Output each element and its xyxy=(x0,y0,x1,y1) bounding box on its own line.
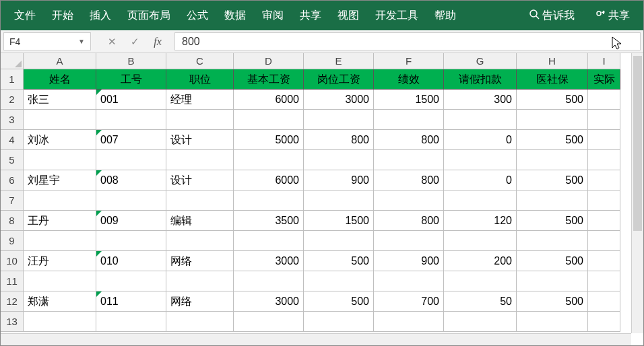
cell[interactable]: 800 xyxy=(374,130,444,150)
cell[interactable] xyxy=(517,231,588,251)
cell[interactable] xyxy=(96,191,166,211)
cell[interactable] xyxy=(96,231,166,251)
cell[interactable]: 1500 xyxy=(374,90,444,110)
cell[interactable]: 900 xyxy=(374,251,444,271)
row-header-3[interactable]: 3 xyxy=(1,110,24,130)
cell[interactable] xyxy=(444,231,517,251)
column-header-E[interactable]: E xyxy=(304,53,374,69)
cell[interactable] xyxy=(304,191,374,211)
cell[interactable] xyxy=(304,110,374,130)
cell[interactable] xyxy=(96,110,166,130)
cell[interactable]: 011 xyxy=(96,291,166,312)
cell[interactable]: 500 xyxy=(304,251,374,271)
ribbon-tab-1[interactable]: 开始 xyxy=(44,5,82,27)
cancel-formula-button[interactable]: ✕ xyxy=(100,30,123,53)
column-header-F[interactable]: F xyxy=(374,53,444,69)
cell[interactable]: 3000 xyxy=(234,291,304,312)
cell[interactable]: 姓名 xyxy=(24,69,96,90)
cell[interactable]: 王丹 xyxy=(24,211,96,231)
cell[interactable] xyxy=(374,191,444,211)
cell[interactable]: 实际 xyxy=(588,69,620,90)
cell[interactable] xyxy=(166,312,234,332)
cell[interactable]: 张三 xyxy=(24,90,96,110)
select-all-corner[interactable] xyxy=(1,53,24,69)
cell[interactable] xyxy=(234,271,304,291)
ribbon-tab-8[interactable]: 视图 xyxy=(329,5,367,27)
cell[interactable]: 刘星宇 xyxy=(24,170,96,191)
formula-input[interactable]: 800 xyxy=(174,32,641,50)
cell[interactable]: 6000 xyxy=(234,90,304,110)
vertical-scrollbar[interactable] xyxy=(631,53,643,333)
cell[interactable]: 200 xyxy=(444,251,517,271)
cell[interactable]: 3000 xyxy=(304,90,374,110)
row-header-5[interactable]: 5 xyxy=(1,150,24,170)
cell[interactable]: 010 xyxy=(96,251,166,271)
column-header-G[interactable]: G xyxy=(444,53,517,69)
cell[interactable]: 700 xyxy=(374,291,444,312)
cell[interactable] xyxy=(588,312,620,332)
cell[interactable] xyxy=(588,150,620,170)
cell[interactable]: 001 xyxy=(96,90,166,110)
column-header-B[interactable]: B xyxy=(96,53,166,69)
name-box[interactable]: F4 ▼ xyxy=(3,32,91,50)
row-header-13[interactable]: 13 xyxy=(1,312,24,332)
column-header-C[interactable]: C xyxy=(166,53,234,69)
cell[interactable]: 职位 xyxy=(166,69,234,90)
cell[interactable]: 800 xyxy=(374,211,444,231)
column-header-A[interactable]: A xyxy=(24,53,96,69)
cell[interactable]: 500 xyxy=(304,291,374,312)
cell[interactable]: 设计 xyxy=(166,130,234,150)
cell[interactable] xyxy=(96,150,166,170)
cell[interactable] xyxy=(234,110,304,130)
cell[interactable] xyxy=(166,150,234,170)
cell[interactable] xyxy=(588,231,620,251)
row-header-2[interactable]: 2 xyxy=(1,90,24,110)
cell[interactable] xyxy=(304,231,374,251)
cells-area[interactable]: 姓名工号职位基本工资岗位工资绩效请假扣款医社保实际张三001经理60003000… xyxy=(24,69,620,332)
tell-me-button[interactable]: 告诉我 xyxy=(521,5,583,27)
ribbon-tab-7[interactable]: 共享 xyxy=(292,5,329,27)
cell[interactable] xyxy=(588,271,620,291)
cell[interactable]: 500 xyxy=(517,291,588,312)
cell[interactable]: 编辑 xyxy=(166,211,234,231)
ribbon-tab-10[interactable]: 帮助 xyxy=(426,5,464,27)
cell[interactable] xyxy=(517,312,588,332)
ribbon-tab-5[interactable]: 数据 xyxy=(216,5,254,27)
ribbon-tab-4[interactable]: 公式 xyxy=(179,5,216,27)
row-header-8[interactable]: 8 xyxy=(1,211,24,231)
cell[interactable] xyxy=(517,110,588,130)
cell[interactable] xyxy=(517,150,588,170)
cell[interactable] xyxy=(444,110,517,130)
cell[interactable] xyxy=(96,312,166,332)
cell[interactable]: 500 xyxy=(517,211,588,231)
cell[interactable]: 0 xyxy=(444,130,517,150)
cell[interactable]: 汪丹 xyxy=(24,251,96,271)
cell[interactable] xyxy=(24,191,96,211)
cell[interactable]: 50 xyxy=(444,291,517,312)
cell[interactable] xyxy=(304,150,374,170)
ribbon-tab-2[interactable]: 插入 xyxy=(82,5,119,27)
cell[interactable]: 500 xyxy=(517,170,588,191)
cell[interactable] xyxy=(444,312,517,332)
scroll-thumb[interactable] xyxy=(633,56,642,231)
ribbon-tab-6[interactable]: 审阅 xyxy=(254,5,292,27)
cell[interactable]: 0 xyxy=(444,170,517,191)
column-header-H[interactable]: H xyxy=(517,53,588,69)
row-header-9[interactable]: 9 xyxy=(1,231,24,251)
cell[interactable] xyxy=(234,312,304,332)
cell[interactable] xyxy=(166,110,234,130)
ribbon-tab-9[interactable]: 开发工具 xyxy=(367,5,426,27)
cell[interactable]: 3500 xyxy=(234,211,304,231)
cell[interactable] xyxy=(24,231,96,251)
cell[interactable] xyxy=(588,130,620,150)
row-header-7[interactable]: 7 xyxy=(1,191,24,211)
cell[interactable] xyxy=(304,312,374,332)
cell[interactable] xyxy=(234,150,304,170)
cell[interactable]: 医社保 xyxy=(517,69,588,90)
cell[interactable] xyxy=(374,271,444,291)
cell[interactable]: 1500 xyxy=(304,211,374,231)
cell[interactable] xyxy=(166,191,234,211)
cell[interactable]: 网络 xyxy=(166,251,234,271)
row-header-6[interactable]: 6 xyxy=(1,170,24,191)
row-header-1[interactable]: 1 xyxy=(1,69,24,90)
